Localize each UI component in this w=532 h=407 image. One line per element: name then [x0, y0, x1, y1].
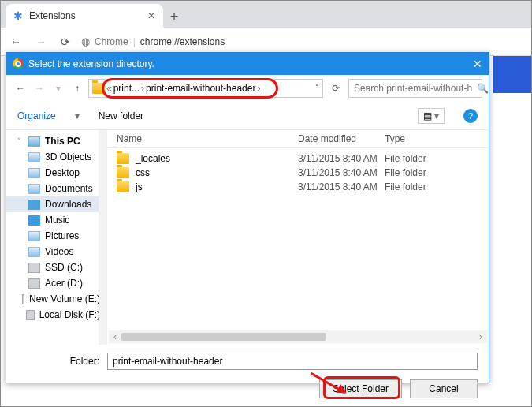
view-options-button[interactable]: ▤▾ — [418, 108, 445, 124]
path-bar: ← → ▾ ↑ « print... › print-email-without… — [6, 75, 489, 102]
globe-icon: ◍ — [81, 35, 90, 47]
sidebar-item[interactable]: Music — [6, 212, 106, 228]
breadcrumb-segment[interactable]: print... — [113, 83, 140, 94]
forward-button[interactable]: → — [32, 32, 50, 51]
help-icon[interactable]: ? — [463, 109, 478, 123]
drive-icon — [28, 136, 40, 147]
breadcrumb-segment[interactable]: print-email-without-header — [146, 83, 255, 94]
search-field[interactable] — [354, 83, 472, 94]
sidebar-item[interactable]: Acer (D:) — [6, 275, 106, 291]
url-origin: Chrome — [95, 36, 128, 47]
chrome-icon — [13, 58, 24, 69]
sidebar-item[interactable]: Documents — [6, 181, 106, 196]
extension-icon: ✱ — [13, 9, 23, 22]
browser-tab[interactable]: ✱ Extensions ✕ — [6, 4, 163, 28]
drive-icon — [28, 184, 40, 194]
search-input[interactable]: 🔍 — [348, 79, 482, 98]
folder-label: Folder: — [68, 356, 99, 367]
search-icon: 🔍 — [477, 83, 489, 94]
list-item[interactable]: js3/11/2015 8:40 AMFile folder — [107, 180, 489, 194]
horizontal-scrollbar[interactable]: ‹ › — [109, 330, 487, 343]
url-path: chrome://extensions — [140, 36, 225, 47]
dialog-titlebar[interactable]: Select the extension directory. ✕ — [6, 53, 489, 75]
sidebar-item[interactable]: Local Disk (F:) — [6, 307, 106, 323]
sidebar-item[interactable]: Videos — [6, 244, 106, 260]
drive-icon — [28, 263, 40, 273]
close-icon[interactable]: ✕ — [147, 10, 155, 21]
sidebar-item[interactable]: ˅This PC — [6, 133, 106, 149]
sidebar-item[interactable]: Desktop — [6, 165, 106, 181]
organize-menu[interactable]: Organize — [17, 110, 56, 121]
column-headers[interactable]: Name Date modified Type — [107, 130, 489, 148]
cancel-button[interactable]: Cancel — [410, 379, 478, 398]
drive-icon — [28, 215, 40, 226]
folder-picker-dialog: Select the extension directory. ✕ ← → ▾ … — [6, 52, 489, 383]
refresh-button[interactable]: ⟳ — [326, 79, 345, 98]
sidebar-item[interactable]: Pictures — [6, 228, 106, 244]
forward-button[interactable]: → — [32, 80, 47, 96]
folder-icon — [117, 181, 129, 192]
folder-icon — [117, 167, 129, 178]
chevron-down-icon[interactable]: ˅ — [314, 83, 319, 94]
drive-icon — [28, 231, 40, 241]
file-list: Name Date modified Type _locales3/11/201… — [107, 130, 489, 345]
folder-icon — [117, 153, 129, 164]
sidebar-item[interactable]: Downloads — [6, 196, 106, 212]
scrollbar-thumb[interactable] — [99, 135, 106, 182]
scrollbar-thumb[interactable] — [121, 333, 326, 341]
select-folder-button[interactable]: Select Folder — [319, 379, 402, 398]
list-item[interactable]: css3/11/2015 8:40 AMFile folder — [107, 166, 489, 180]
folder-icon — [92, 83, 105, 94]
back-button[interactable]: ← — [13, 80, 28, 96]
address-bar[interactable]: ◍ Chrome | chrome://extensions — [81, 35, 225, 47]
up-button[interactable]: ↑ — [69, 80, 85, 96]
tab-strip: ✱ Extensions ✕ + — [1, 1, 531, 28]
toolbar: Organize ▾ New folder ▤▾ ? — [6, 102, 489, 130]
back-button[interactable]: ← — [7, 32, 24, 51]
scroll-left-icon[interactable]: ‹ — [109, 331, 121, 342]
dialog-title: Select the extension directory. — [28, 58, 468, 69]
col-name[interactable]: Name — [117, 133, 298, 144]
drive-icon — [28, 278, 40, 289]
col-type[interactable]: Type — [385, 133, 479, 144]
col-date[interactable]: Date modified — [298, 133, 385, 144]
scroll-right-icon[interactable]: › — [474, 331, 487, 342]
list-item[interactable]: _locales3/11/2015 8:40 AMFile folder — [107, 151, 489, 166]
sidebar-item[interactable]: New Volume (E:) — [6, 291, 106, 307]
page-header-accent — [493, 56, 531, 93]
nav-sidebar: ˅This PC3D ObjectsDesktopDocumentsDownlo… — [6, 130, 107, 345]
drive-icon — [28, 200, 40, 210]
sidebar-item[interactable]: SSD (C:) — [6, 260, 106, 275]
breadcrumb[interactable]: « print... › print-email-without-header … — [88, 79, 323, 98]
drive-icon — [28, 247, 40, 257]
new-folder-button[interactable]: New folder — [99, 110, 143, 121]
new-tab-button[interactable]: + — [163, 6, 185, 28]
drive-icon — [26, 310, 34, 320]
drive-icon — [22, 294, 24, 304]
sidebar-item[interactable]: 3D Objects — [6, 149, 106, 165]
folder-input[interactable] — [107, 353, 478, 370]
recent-button[interactable]: ▾ — [50, 80, 66, 96]
drive-icon — [28, 152, 40, 162]
tab-title: Extensions — [29, 10, 141, 21]
close-icon[interactable]: ✕ — [473, 58, 482, 70]
reload-button[interactable]: ⟳ — [58, 32, 73, 51]
drive-icon — [28, 168, 40, 178]
